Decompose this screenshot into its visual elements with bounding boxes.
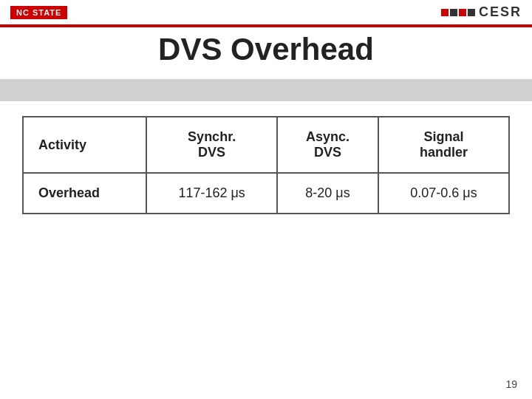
col-header-synchr-dvs: Synchr.DVS — [146, 117, 277, 173]
nc-state-badge: NC STATE — [10, 6, 67, 19]
dvs-overhead-table: Activity Synchr.DVS Async.DVS Signalhand… — [22, 116, 510, 214]
cesr-sq-dark1 — [450, 9, 457, 16]
col-header-activity: Activity — [23, 117, 146, 173]
page-title: DVS Overhead — [0, 32, 532, 67]
red-divider — [0, 24, 532, 27]
cesr-sq-red1 — [441, 9, 449, 16]
page-number: 19 — [505, 378, 517, 390]
cesr-text: CESR — [479, 4, 522, 20]
gray-band — [0, 79, 532, 101]
col-header-async-dvs: Async.DVS — [277, 117, 378, 173]
table-header-row: Activity Synchr.DVS Async.DVS Signalhand… — [23, 117, 509, 173]
cell-signal-value: 0.07-0.6 μs — [378, 173, 509, 214]
cesr-sq-red2 — [459, 9, 466, 16]
cell-overhead-label: Overhead — [23, 173, 146, 214]
cesr-logo: CESR — [441, 4, 522, 20]
cell-synchr-value: 117-162 μs — [146, 173, 277, 214]
cesr-logo-squares — [441, 9, 475, 16]
table-container: Activity Synchr.DVS Async.DVS Signalhand… — [0, 116, 532, 214]
cell-async-value: 8-20 μs — [277, 173, 378, 214]
table-row: Overhead 117-162 μs 8-20 μs 0.07-0.6 μs — [23, 173, 509, 214]
col-header-signal-handler: Signalhandler — [378, 117, 509, 173]
header: NC STATE CESR — [0, 0, 532, 24]
cesr-sq-dark2 — [468, 9, 475, 16]
